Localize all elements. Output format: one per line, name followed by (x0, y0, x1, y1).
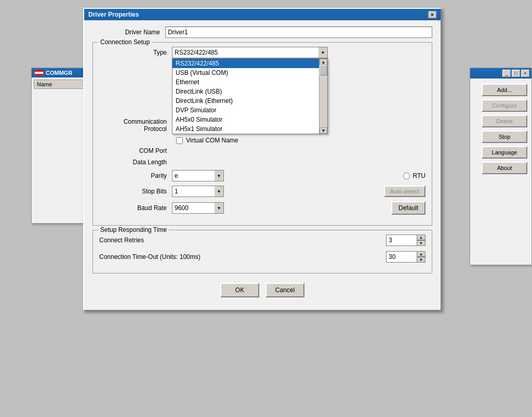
com-port-label: COM Port (99, 147, 172, 154)
delete-button[interactable]: Delete (482, 115, 527, 127)
baud-rate-row: Baud Rate 9600 ▼ Default (99, 201, 425, 215)
virtual-com-row: Virtual COM Name (176, 137, 425, 144)
comm-protocol-label: Communication Protocol (99, 118, 172, 133)
timeout-spin-buttons: ▲ ▼ (417, 251, 425, 263)
commgr-title: COMMGR (46, 70, 72, 76)
type-dropdown[interactable]: RS232/422/485 ▼ RS232/422/485 USB (Virtu… (172, 47, 328, 58)
com-port-row: COM Port (99, 147, 425, 154)
dropdown-item-usb[interactable]: USB (Virtual COM) (172, 68, 319, 77)
stop-bits-row: Stop Bits 1 ▼ Auto-detect (99, 186, 425, 197)
ok-button[interactable]: OK (220, 283, 259, 297)
virtual-com-label: Virtual COM Name (186, 137, 238, 144)
connect-retries-spin-buttons: ▲ ▼ (417, 234, 425, 246)
dropdown-item-directlink-eth[interactable]: DirectLink (Ethernet) (172, 96, 319, 106)
driver-name-row: Driver Name (92, 27, 432, 38)
dialog-titlebar: Driver Properties × (84, 9, 441, 20)
dropdown-item-ah5x0-sim[interactable]: AH5x0 Simulator (172, 115, 319, 124)
timeout-up[interactable]: ▲ (417, 251, 425, 257)
parity-left: Parity e ▼ (99, 170, 382, 181)
data-length-label: Data Length (99, 159, 172, 166)
timeout-spinbox: ▲ ▼ (386, 251, 425, 263)
connect-retries-label: Connect Retries (99, 237, 224, 244)
auto-detect-button[interactable]: Auto-detect (384, 186, 425, 197)
driver-name-input[interactable] (165, 27, 432, 38)
dropdown-item-ethernet[interactable]: Ethernet (172, 77, 319, 87)
default-button[interactable]: Default (391, 201, 425, 215)
stop-bits-dropdown-arrow[interactable]: ▼ (215, 186, 224, 197)
type-dropdown-list[interactable]: RS232/422/485 USB (Virtual COM) Ethernet… (172, 58, 328, 134)
type-label: Type (99, 49, 172, 56)
dialog-close-button[interactable]: × (428, 11, 436, 18)
type-dropdown-value: RS232/422/485 (172, 47, 318, 58)
connect-retries-down[interactable]: ▼ (417, 240, 425, 246)
maximize-button[interactable]: □ (512, 70, 520, 77)
baud-rate-dropdown[interactable]: 9600 ▼ (172, 202, 224, 214)
stop-button[interactable]: Stop (482, 131, 527, 143)
cancel-button[interactable]: Cancel (265, 283, 304, 297)
setup-responding-group: Setup Responding Time Connect Retries ▲ … (92, 230, 432, 273)
connect-retries-up[interactable]: ▲ (417, 234, 425, 240)
parity-dropdown-arrow[interactable]: ▼ (215, 170, 224, 181)
scrollbar-thumb[interactable] (320, 65, 327, 75)
rtu-radio[interactable] (403, 173, 410, 179)
stop-bits-value: 1 (172, 186, 215, 197)
auto-detect-section: Auto-detect (384, 186, 425, 197)
language-button[interactable]: Language (482, 146, 527, 159)
dropdown-item-rs232[interactable]: RS232/422/485 (172, 59, 319, 68)
rtu-section: RTU (403, 172, 425, 179)
data-length-row: Data Length (99, 159, 425, 166)
right-panel-titlebar: _ □ × (470, 68, 531, 79)
baud-rate-dropdown-arrow[interactable]: ▼ (215, 202, 224, 214)
baud-rate-left: Baud Rate 9600 ▼ (99, 202, 381, 214)
minimize-button[interactable]: _ (502, 70, 511, 77)
virtual-com-checkbox[interactable] (176, 137, 183, 144)
right-panel: _ □ × Add... Configure Delete Stop Langu… (470, 68, 532, 265)
type-dropdown-arrow[interactable]: ▼ (318, 47, 328, 58)
scrollbar-up[interactable]: ▲ (320, 59, 327, 65)
timeout-row: Connection Time-Out (Units: 100ms) ▲ ▼ (99, 251, 425, 263)
dialog-footer: OK Cancel (92, 278, 432, 304)
about-button[interactable]: About (482, 162, 527, 174)
parity-label: Parity (99, 172, 172, 179)
setup-responding-legend: Setup Responding Time (98, 226, 169, 233)
parity-value: e (172, 170, 215, 181)
configure-button[interactable]: Configure (482, 99, 527, 112)
driver-name-label: Driver Name (92, 29, 165, 36)
driver-properties-dialog: Driver Properties × Driver Name Connecti… (83, 8, 442, 311)
timeout-label: Connection Time-Out (Units: 100ms) (99, 253, 224, 260)
connection-setup-legend: Connection Setup (98, 38, 152, 46)
connect-retries-spinbox: ▲ ▼ (386, 234, 425, 246)
timeout-input[interactable] (386, 251, 417, 263)
rtu-label: RTU (413, 172, 425, 179)
dropdown-item-dvp-sim[interactable]: DVP Simulator (172, 106, 319, 115)
scrollbar-down[interactable]: ▼ (320, 127, 327, 134)
commgr-flag-icon (34, 70, 44, 76)
stop-bits-dropdown[interactable]: 1 ▼ (172, 186, 224, 197)
stop-bits-left: Stop Bits 1 ▼ (99, 186, 374, 197)
add-button[interactable]: Add... (482, 84, 527, 96)
parity-row: Parity e ▼ RTU (99, 170, 425, 181)
timeout-down[interactable]: ▼ (417, 257, 425, 263)
dropdown-item-ah5x1-sim[interactable]: AH5x1 Simulator (172, 124, 319, 134)
close-button-panel[interactable]: × (521, 70, 529, 77)
baud-rate-label: Baud Rate (99, 204, 172, 212)
type-dropdown-scrollbar[interactable]: ▲ ▼ (319, 59, 327, 134)
type-row: Type RS232/422/485 ▼ RS232/422/485 USB (… (99, 47, 425, 58)
dropdown-item-directlink-usb[interactable]: DirectLink (USB) (172, 87, 319, 96)
parity-dropdown[interactable]: e ▼ (172, 170, 224, 181)
baud-rate-value: 9600 (172, 202, 215, 214)
dialog-body: Driver Name Connection Setup Type RS232/… (84, 20, 441, 310)
connection-setup-group: Connection Setup Type RS232/422/485 ▼ RS… (92, 42, 432, 226)
stop-bits-label: Stop Bits (99, 188, 172, 195)
connect-retries-input[interactable] (386, 234, 417, 246)
dialog-title: Driver Properties (88, 11, 139, 18)
connect-retries-row: Connect Retries ▲ ▼ (99, 234, 425, 246)
default-section: Default (391, 201, 425, 215)
